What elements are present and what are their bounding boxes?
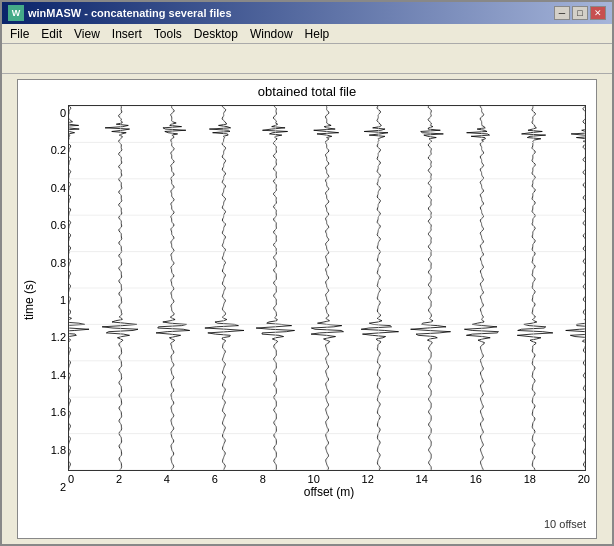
menu-item-edit[interactable]: Edit [35,25,68,43]
y-tick: 0 [60,107,66,119]
plot-title: obtained total file [18,80,596,101]
y-tick: 0.8 [51,257,66,269]
app-icon: W [8,5,24,21]
main-window: W winMASW - concatenating several files … [0,0,614,546]
title-bar-buttons: ─ □ ✕ [554,6,606,20]
x-tick: 20 [578,473,590,485]
x-axis-ticks: 02468101214161820 [68,471,590,485]
x-tick: 2 [116,473,122,485]
y-tick: 1.6 [51,406,66,418]
x-tick: 8 [260,473,266,485]
y-tick: 1.4 [51,369,66,381]
menu-item-file[interactable]: File [4,25,35,43]
content-area: obtained total file time (s) 00.20.40.60… [2,74,612,544]
menu-item-help[interactable]: Help [299,25,336,43]
title-bar-left: W winMASW - concatenating several files [8,5,232,21]
y-tick: 0.6 [51,219,66,231]
plot-area: obtained total file time (s) 00.20.40.60… [17,79,597,539]
toolbar [2,44,612,74]
y-tick: 0.2 [51,144,66,156]
window-title: winMASW - concatenating several files [28,7,232,19]
title-bar: W winMASW - concatenating several files … [2,2,612,24]
x-axis-label: offset (m) [68,485,590,499]
maximize-button[interactable]: □ [572,6,588,20]
y-tick: 1.2 [51,331,66,343]
menu-item-view[interactable]: View [68,25,106,43]
chart-area [68,105,586,471]
x-tick: 18 [524,473,536,485]
x-tick: 6 [212,473,218,485]
menu-item-insert[interactable]: Insert [106,25,148,43]
y-tick: 2 [60,481,66,493]
y-tick: 1 [60,294,66,306]
y-tick: 0.4 [51,182,66,194]
offset-annotation: 10 offset [544,518,586,530]
x-tick: 4 [164,473,170,485]
minimize-button[interactable]: ─ [554,6,570,20]
y-tick: 1.8 [51,444,66,456]
menu-bar: FileEditViewInsertToolsDesktopWindowHelp [2,24,612,44]
x-tick: 10 [308,473,320,485]
close-button[interactable]: ✕ [590,6,606,20]
y-axis-label: time (s) [18,101,40,499]
y-axis-ticks: 00.20.40.60.811.21.41.61.82 [40,101,68,499]
menu-item-window[interactable]: Window [244,25,299,43]
menu-item-tools[interactable]: Tools [148,25,188,43]
x-tick: 16 [470,473,482,485]
x-tick: 0 [68,473,74,485]
menu-item-desktop[interactable]: Desktop [188,25,244,43]
x-tick: 12 [362,473,374,485]
x-tick: 14 [416,473,428,485]
